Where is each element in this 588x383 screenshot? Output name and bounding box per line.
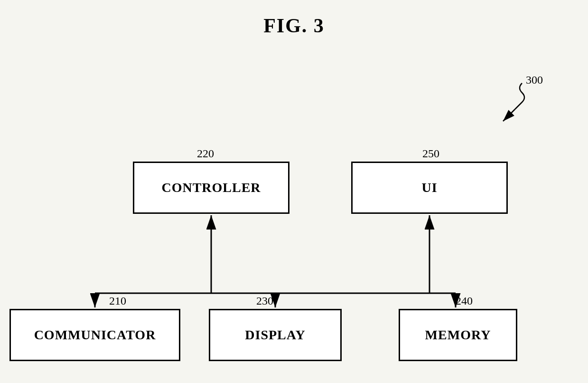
controller-label: CONTROLLER	[161, 180, 261, 195]
diagram-container: FIG. 3 300	[0, 0, 588, 383]
communicator-label: COMMUNICATOR	[34, 327, 156, 343]
display-box: DISPLAY	[209, 309, 342, 361]
ref-300-label: 300	[526, 74, 543, 86]
ref-240-label: 240	[456, 295, 473, 307]
ref-250-label: 250	[422, 147, 439, 160]
ui-label: UI	[421, 180, 437, 195]
controller-box: CONTROLLER	[133, 162, 289, 214]
figure-title: FIG. 3	[0, 14, 588, 37]
svg-line-2	[503, 109, 515, 121]
communicator-box: COMMUNICATOR	[9, 309, 180, 361]
display-label: DISPLAY	[245, 327, 305, 343]
ui-box: UI	[351, 162, 508, 214]
ref-220-label: 220	[197, 147, 214, 160]
memory-label: MEMORY	[425, 327, 491, 343]
memory-box: MEMORY	[399, 309, 517, 361]
ref-210-label: 210	[109, 295, 126, 307]
ref-230-label: 230	[256, 295, 273, 307]
